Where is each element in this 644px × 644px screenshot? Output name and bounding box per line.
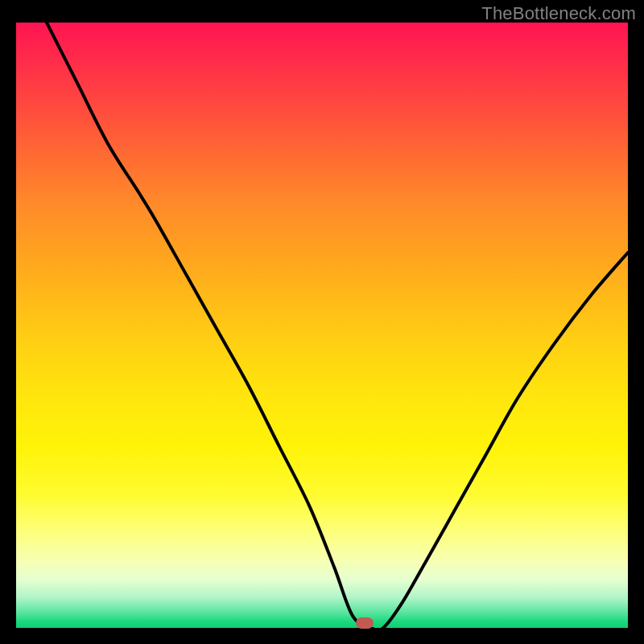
plot-area xyxy=(16,23,628,628)
optimum-marker xyxy=(356,617,374,629)
watermark-text: TheBottleneck.com xyxy=(481,3,636,24)
chart-frame: TheBottleneck.com xyxy=(0,0,644,644)
bottleneck-curve xyxy=(16,23,628,628)
